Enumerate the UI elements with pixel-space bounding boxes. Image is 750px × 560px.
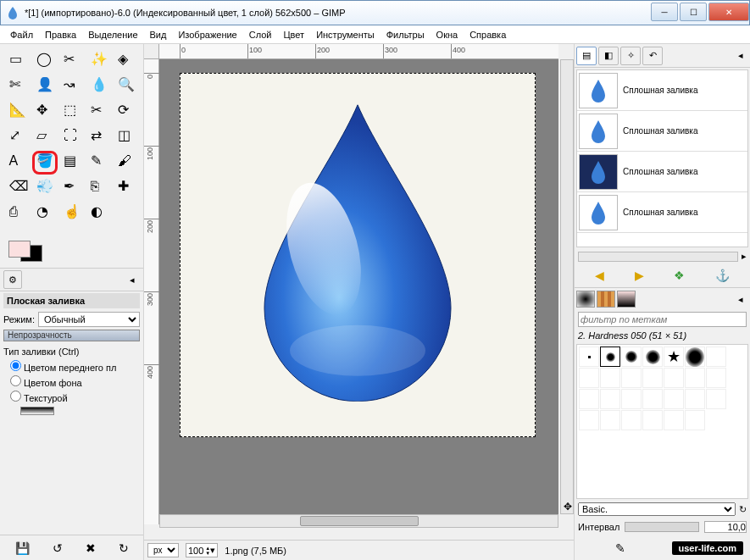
brush-soft[interactable] bbox=[600, 347, 620, 367]
nav-icon[interactable]: ✥ bbox=[564, 501, 572, 513]
brush-tex[interactable] bbox=[621, 368, 642, 388]
layers-list[interactable]: Сплошная заливкаСплошная заливкаСплошная… bbox=[576, 69, 748, 247]
layer-row[interactable]: Сплошная заливка bbox=[577, 192, 747, 233]
tool-bucket-fill[interactable]: 🪣 bbox=[32, 151, 58, 175]
vertical-scrollbar[interactable] bbox=[560, 59, 574, 514]
brush-tex16[interactable] bbox=[642, 410, 663, 430]
undo-tab[interactable]: ↶ bbox=[642, 47, 663, 65]
restore-preset-icon[interactable]: ↺ bbox=[53, 541, 63, 555]
brush-tex8[interactable] bbox=[621, 389, 642, 409]
minimize-button[interactable]: ─ bbox=[651, 3, 678, 21]
brush-tex14[interactable] bbox=[600, 410, 620, 430]
tool-pencil[interactable]: ✎ bbox=[86, 151, 112, 175]
brush-hard[interactable] bbox=[621, 347, 642, 367]
brush-tex6[interactable] bbox=[579, 389, 599, 409]
tool-paths[interactable]: ↝ bbox=[59, 75, 85, 98]
interval-value[interactable] bbox=[704, 521, 747, 533]
brush-tex10[interactable] bbox=[664, 389, 684, 409]
fill-fg-radio[interactable] bbox=[10, 360, 21, 371]
brush-tex9[interactable] bbox=[642, 389, 663, 409]
tool-rect-select[interactable]: ▭ bbox=[5, 49, 31, 73]
brush-tex2[interactable] bbox=[642, 368, 663, 388]
menu-filters[interactable]: Фильтры bbox=[381, 28, 430, 42]
brush-preset-select[interactable]: Basic. bbox=[578, 502, 736, 516]
reset-preset-icon[interactable]: ↻ bbox=[119, 541, 129, 555]
interval-slider[interactable] bbox=[625, 522, 699, 532]
tool-blend[interactable]: ▤ bbox=[59, 151, 85, 175]
brush-scratch[interactable] bbox=[579, 368, 599, 388]
tool-shear[interactable]: ▱ bbox=[32, 125, 58, 149]
layer-row[interactable]: Сплошная заливка bbox=[577, 70, 747, 111]
menu-select[interactable]: Выделение bbox=[83, 28, 142, 42]
tool-flip[interactable]: ⇄ bbox=[86, 125, 112, 149]
tool-picker[interactable]: 💧 bbox=[86, 75, 112, 98]
tool-text[interactable]: A bbox=[5, 151, 31, 175]
layers-hscroll[interactable] bbox=[578, 252, 738, 262]
tool-airbrush[interactable]: 💨 bbox=[32, 176, 58, 200]
close-button[interactable]: ✕ bbox=[708, 3, 749, 21]
brush-preset-refresh-icon[interactable]: ↻ bbox=[739, 504, 747, 515]
canvas-viewport[interactable] bbox=[159, 59, 558, 514]
horizontal-ruler[interactable]: 0100200300400 bbox=[159, 44, 558, 59]
brush-tex13[interactable] bbox=[579, 410, 599, 430]
horizontal-scrollbar[interactable] bbox=[159, 514, 558, 528]
tool-heal[interactable]: ✚ bbox=[114, 176, 139, 200]
tool-scale[interactable]: ⤢ bbox=[5, 125, 31, 149]
unit-select[interactable]: px bbox=[147, 543, 179, 557]
tool-fuzzy-select[interactable]: ✨ bbox=[86, 49, 112, 73]
tool-smudge[interactable]: ☝ bbox=[59, 202, 85, 225]
tool-perspective-clone[interactable]: ⎙ bbox=[5, 202, 31, 225]
menu-layer[interactable]: Слой bbox=[244, 28, 277, 42]
delete-preset-icon[interactable]: ✖ bbox=[86, 541, 96, 555]
brush-tex17[interactable] bbox=[664, 410, 684, 430]
menu-view[interactable]: Вид bbox=[145, 28, 172, 42]
tool-move[interactable]: ✥ bbox=[32, 100, 58, 124]
pattern-preview[interactable] bbox=[20, 407, 54, 415]
layer-down-icon[interactable]: ▶ bbox=[635, 269, 644, 282]
brush-tex12[interactable] bbox=[706, 389, 726, 409]
tool-rotate[interactable]: ⟳ bbox=[114, 100, 139, 124]
brush-tex11[interactable] bbox=[685, 389, 705, 409]
channels-tab[interactable]: ◧ bbox=[598, 47, 619, 65]
tool-scissors[interactable]: ✄ bbox=[5, 75, 31, 98]
tool-eraser[interactable]: ⌫ bbox=[5, 176, 31, 200]
vertical-ruler[interactable]: 0100200300400 bbox=[144, 59, 159, 524]
tool-ellipse-select[interactable]: ◯ bbox=[32, 49, 58, 73]
brush-tab-menu[interactable]: ◂ bbox=[733, 294, 748, 305]
brush-tex15[interactable] bbox=[621, 410, 642, 430]
menu-file[interactable]: Файл bbox=[5, 28, 38, 42]
opacity-slider[interactable]: Непрозрачность bbox=[3, 330, 140, 341]
tool-perspective[interactable]: ⛶ bbox=[59, 125, 85, 149]
zoom-spinner[interactable]: 100▲▼▾ bbox=[186, 543, 218, 557]
color-swatch[interactable] bbox=[0, 230, 143, 268]
brush-grid[interactable]: ★ bbox=[576, 344, 748, 499]
fill-pattern-radio[interactable] bbox=[10, 391, 21, 402]
tool-paintbrush[interactable]: 🖌 bbox=[114, 151, 139, 175]
tool-zoom[interactable]: 🔍 bbox=[114, 75, 139, 98]
paths-tab[interactable]: ✧ bbox=[620, 47, 641, 65]
brush-tex7[interactable] bbox=[600, 389, 620, 409]
tool-measure[interactable]: 📐 bbox=[5, 100, 31, 124]
tool-options-tab[interactable]: ⚙ bbox=[3, 270, 22, 289]
brush-spray[interactable] bbox=[706, 347, 726, 367]
canvas[interactable] bbox=[180, 73, 536, 437]
fill-bg-radio[interactable] bbox=[10, 375, 21, 386]
layers-tab-menu[interactable]: ◂ bbox=[733, 50, 748, 61]
brush-big[interactable] bbox=[642, 347, 663, 367]
maximize-button[interactable]: ☐ bbox=[680, 3, 707, 21]
menu-tools[interactable]: Инструменты bbox=[311, 28, 380, 42]
brush-blob[interactable] bbox=[685, 347, 705, 367]
tool-free-select[interactable]: ✂ bbox=[59, 49, 85, 73]
layer-row[interactable]: Сплошная заливка bbox=[577, 152, 747, 192]
fg-color[interactable] bbox=[8, 241, 31, 258]
brush-pix[interactable] bbox=[579, 347, 599, 367]
brush-dots[interactable] bbox=[600, 368, 620, 388]
brush-star[interactable]: ★ bbox=[664, 347, 684, 367]
gradient-tab[interactable] bbox=[617, 291, 636, 308]
layers-tab[interactable]: ▤ bbox=[576, 47, 597, 65]
menu-help[interactable]: Справка bbox=[464, 28, 511, 42]
tool-ink[interactable]: ✒ bbox=[59, 176, 85, 200]
layer-duplicate-icon[interactable]: ❖ bbox=[674, 269, 685, 282]
tool-crop[interactable]: ✂ bbox=[86, 100, 112, 124]
tab-menu-arrow[interactable]: ◂ bbox=[125, 274, 140, 286]
